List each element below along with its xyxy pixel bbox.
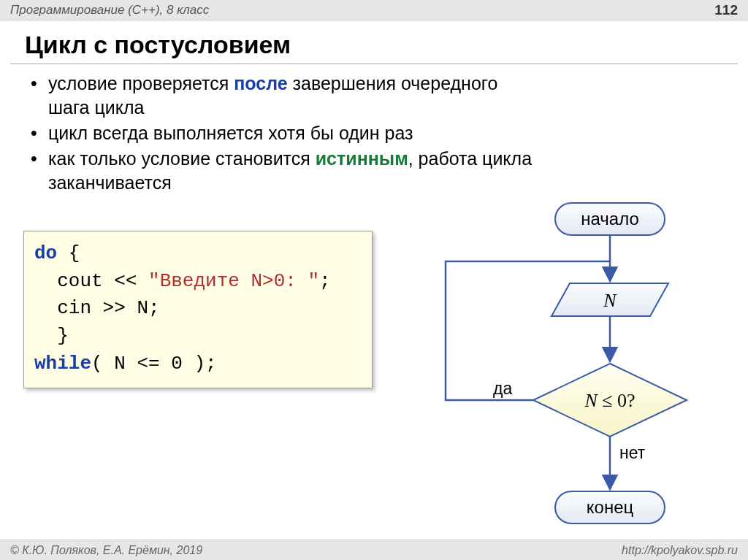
flow-end-label: конец — [587, 497, 634, 517]
bullet-3: как только условие становится истинным, … — [48, 147, 730, 195]
code-line-5: while( N <= 0 ); — [34, 350, 362, 378]
course-label: Программирование (C++), 8 класс — [10, 3, 209, 18]
bullet-1: условие проверяется после завершения оче… — [48, 72, 730, 120]
footer-bar: © К.Ю. Поляков, Е.А. Ерёмин, 2019 http:/… — [0, 540, 748, 560]
flow-start-label: начало — [581, 209, 639, 229]
string-literal: "Введите N>0: " — [148, 270, 319, 292]
text: N — [584, 390, 598, 411]
text: { — [57, 242, 80, 264]
slide-content: условие проверяется после завершения оче… — [0, 72, 748, 195]
keyword-while: while — [34, 353, 91, 375]
page-number: 112 — [714, 2, 738, 18]
slide-title: Цикл с постусловием — [0, 20, 748, 64]
code-line-4: } — [34, 323, 362, 350]
text: ; — [319, 270, 331, 292]
header-bar: Программирование (C++), 8 класс 112 — [0, 0, 748, 20]
text: как только условие становится — [48, 148, 316, 169]
branch-no-label: нет — [619, 443, 646, 462]
flow-input-label: N — [603, 290, 617, 311]
text: cout << — [34, 270, 148, 292]
footer-copyright: © К.Ю. Поляков, Е.А. Ерёмин, 2019 — [10, 544, 202, 557]
emphasis-true: истинным — [316, 148, 408, 169]
bullet-list: условие проверяется после завершения оче… — [18, 72, 730, 195]
flow-decision-label: N ≤ 0? — [584, 390, 635, 411]
keyword-do: do — [34, 242, 57, 264]
text: ( N <= 0 ); — [91, 353, 217, 375]
emphasis-after: после — [234, 73, 287, 93]
code-line-1: do { — [34, 240, 362, 268]
text: условие проверяется — [48, 73, 234, 93]
code-line-2: cout << "Введите N>0: "; — [34, 268, 362, 296]
bullet-2: цикл всегда выполняется хотя бы один раз — [48, 121, 730, 145]
footer-url: http://kpolyakov.spb.ru — [622, 544, 738, 557]
text: ≤ 0? — [598, 390, 636, 411]
code-line-3: cin >> N; — [34, 295, 362, 323]
title-rule — [10, 64, 738, 64]
flowchart: начало N N ≤ 0? да нет конец — [380, 196, 730, 560]
branch-yes-label: да — [493, 379, 512, 398]
code-block: do { cout << "Введите N>0: "; cin >> N; … — [23, 231, 373, 388]
